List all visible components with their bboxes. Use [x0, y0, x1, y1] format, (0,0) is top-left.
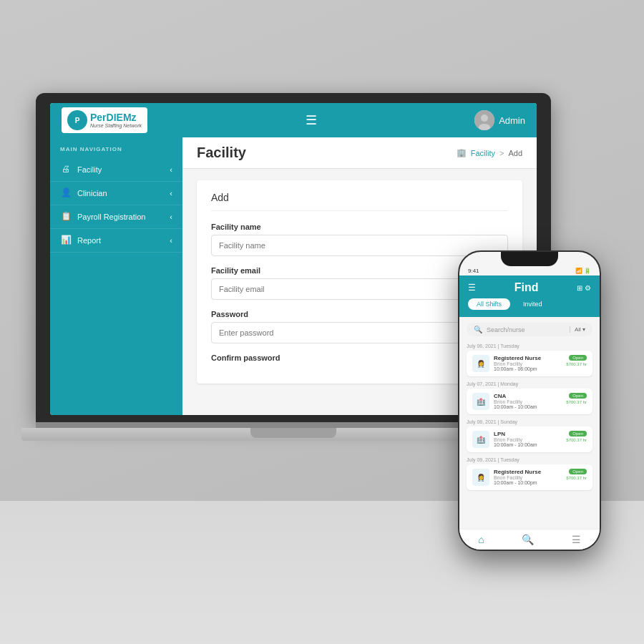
facility-name-input[interactable] [211, 235, 508, 256]
svg-text:P: P [75, 117, 80, 125]
breadcrumb-current: Add [508, 149, 522, 157]
shift-date-4: July 09, 2021 | Tuesday [467, 456, 592, 462]
sidebar-item-label-payroll: Payroll Registration [77, 213, 145, 221]
shift-info-1: Registered Nurse Brion Facility 10:00am … [494, 355, 562, 371]
chevron-icon-payroll: ‹ [170, 213, 172, 221]
phone-grid-icon[interactable]: ⊞ ⚙ [577, 284, 591, 292]
sidebar-item-clinician[interactable]: 👤 Clinician ‹ [50, 182, 182, 205]
shift-cna-icon: 🏥 [472, 393, 489, 410]
phone-search-bar: 🔍 Search/nurse All ▾ [467, 323, 592, 336]
phone-bottom-nav: ⌂ 🔍 ☰ [459, 529, 600, 550]
shift-item-2[interactable]: 🏥 CNA Brion Facility 10:00am - 10:00am O… [467, 389, 592, 414]
phone-nav-home[interactable]: ⌂ [478, 534, 484, 545]
user-name: Admin [499, 115, 525, 126]
shift-info-4: Registered Nurse Brion Facility 10:00am … [494, 469, 562, 485]
tab-invited[interactable]: Invited [514, 298, 551, 310]
phone-time: 9:41 [468, 268, 479, 274]
shift-date-2: July 07, 2021 | Monday [467, 380, 592, 386]
tab-all-shifts[interactable]: All Shifts [468, 298, 510, 310]
sidebar-item-payroll[interactable]: 📋 Payroll Registration ‹ [50, 205, 182, 229]
brand-icon: P [67, 110, 87, 130]
phone-status-bar: 9:41 📶 🔋 [459, 266, 600, 275]
shift-info-2: CNA Brion Facility 10:00am - 10:00am [494, 393, 562, 409]
phone-header: ☰ Find ⊞ ⚙ All Shifts Invited [459, 275, 600, 317]
report-icon: 📊 [60, 235, 72, 246]
shift-rn-icon: 👩‍⚕️ [472, 469, 489, 486]
shift-info-3: LPN Brion Facility 10:00am - 10:00am [494, 431, 562, 447]
phone-nav-search[interactable]: 🔍 [522, 534, 534, 545]
shift-time-2: 10:00am - 10:00am [494, 404, 562, 409]
breadcrumb-icon: 🏢 [457, 148, 467, 157]
clinician-icon: 👤 [60, 187, 72, 199]
shift-time-4: 10:00am - 10:00pm [494, 480, 562, 485]
phone-filter[interactable]: All ▾ [570, 326, 585, 333]
phone-shift-list: July 06, 2021 | Tuesday 👩‍⚕️ Registered … [459, 342, 600, 529]
brand-tagline: Nurse Staffing Network [90, 123, 142, 128]
content-header: Facility 🏢 Facility > Add [182, 137, 537, 169]
phone-find-title: Find [514, 281, 539, 294]
phone-search-icon: 🔍 [474, 326, 482, 333]
phone-nav-menu[interactable]: ☰ [572, 534, 581, 545]
open-badge-2: Open [569, 393, 587, 399]
payroll-icon: 📋 [60, 211, 72, 223]
shift-item-4[interactable]: 👩‍⚕️ Registered Nurse Brion Facility 10:… [467, 464, 592, 490]
shift-title-3: LPN [494, 431, 562, 437]
open-badge-3: Open [569, 431, 587, 436]
pay-badge-4: $700.37 hr [566, 476, 587, 480]
shift-facility-1: Brion Facility [494, 361, 562, 366]
sidebar-item-report[interactable]: 📊 Report ‹ [50, 229, 182, 253]
shift-facility-3: Brion Facility [494, 437, 562, 442]
chevron-icon-clinician: ‹ [170, 189, 172, 197]
form-title: Add [211, 192, 508, 211]
shift-date-3: July 08, 2021 | Sunday [467, 418, 592, 424]
user-avatar [474, 110, 494, 130]
page-title: Facility [197, 145, 246, 161]
shift-badges-1: Open $700.37 hr [566, 355, 587, 366]
breadcrumb-link[interactable]: Facility [471, 149, 495, 157]
pay-badge-2: $700.37 hr [566, 400, 587, 404]
shift-date-1: July 06, 2021 | Tuesday [467, 342, 592, 348]
phone-hamburger-icon[interactable]: ☰ [468, 283, 476, 293]
shift-facility-2: Brion Facility [494, 399, 562, 404]
shift-title-2: CNA [494, 393, 562, 399]
shift-nurse-icon: 👩‍⚕️ [472, 355, 489, 372]
shift-title-4: Registered Nurse [494, 469, 562, 475]
shift-badges-3: Open $700.37 hr [566, 431, 587, 442]
sidebar-item-label-clinician: Clinician [77, 189, 107, 197]
shift-badges-4: Open $700.37 hr [566, 469, 587, 480]
facility-name-label: Facility name [211, 223, 508, 231]
chevron-icon-report: ‹ [170, 236, 172, 245]
shift-item-1[interactable]: 👩‍⚕️ Registered Nurse Brion Facility 10:… [467, 351, 592, 376]
chevron-icon: ‹ [170, 165, 172, 174]
pay-badge-1: $700.37 hr [566, 362, 587, 366]
scene: P PerDIEMz Nurse Staffing Network ☰ [0, 0, 644, 644]
shift-item-3[interactable]: 🏥 LPN Brion Facility 10:00am - 10:00am O… [467, 426, 592, 452]
facility-name-field: Facility name [211, 223, 508, 256]
breadcrumb: 🏢 Facility > Add [457, 148, 522, 157]
open-badge-1: Open [569, 355, 587, 361]
shift-time-3: 10:00am - 10:00am [494, 442, 562, 447]
shift-title-1: Registered Nurse [494, 355, 562, 361]
shift-lpn-icon: 🏥 [472, 431, 489, 448]
shift-facility-4: Brion Facility [494, 475, 562, 480]
user-area: Admin [474, 110, 525, 130]
pay-badge-3: $700.37 hr [566, 438, 587, 442]
svg-point-3 [481, 114, 488, 122]
phone-notch [501, 252, 558, 266]
facility-icon: 🖨 [60, 164, 72, 175]
phone: 9:41 📶 🔋 ☰ Find ⊞ ⚙ All Shifts Invited 🔍… [458, 250, 601, 551]
sidebar-item-facility[interactable]: 🖨 Facility ‹ [50, 158, 182, 182]
phone-tabs: All Shifts Invited [468, 298, 591, 310]
breadcrumb-separator: > [499, 149, 504, 157]
hamburger-icon[interactable]: ☰ [306, 112, 317, 128]
shift-badges-2: Open $700.37 hr [566, 393, 587, 404]
top-navbar: P PerDIEMz Nurse Staffing Network ☰ [50, 103, 537, 137]
sidebar: MAIN NAVIGATION 🖨 Facility ‹ 👤 [50, 137, 182, 415]
open-badge-4: Open [569, 469, 587, 474]
phone-screen: 9:41 📶 🔋 ☰ Find ⊞ ⚙ All Shifts Invited 🔍… [459, 252, 600, 550]
phone-search-input[interactable]: Search/nurse [487, 326, 565, 333]
sidebar-item-label-report: Report [77, 236, 101, 245]
shift-time-1: 10:00am - 06:00pm [494, 366, 562, 371]
sidebar-item-label-facility: Facility [77, 165, 102, 174]
logo-area: P PerDIEMz Nurse Staffing Network [62, 107, 147, 133]
